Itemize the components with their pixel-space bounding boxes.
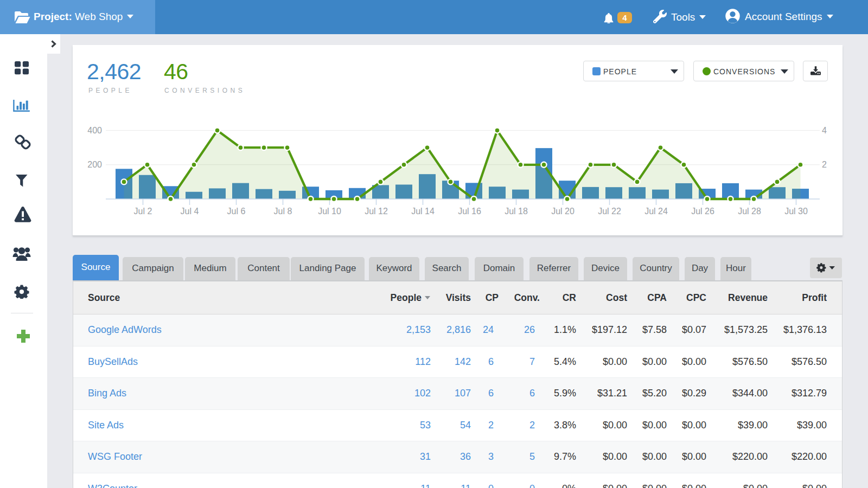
svg-text:Jul 24: Jul 24 <box>644 207 668 216</box>
svg-text:Jul 30: Jul 30 <box>784 207 808 216</box>
svg-text:Jul 20: Jul 20 <box>551 207 575 216</box>
svg-text:Jul 10: Jul 10 <box>318 207 341 216</box>
svg-text:Jul 2: Jul 2 <box>134 207 152 216</box>
svg-text:Jul 18: Jul 18 <box>505 207 528 216</box>
svg-text:4: 4 <box>822 126 827 135</box>
svg-text:Jul 28: Jul 28 <box>738 207 761 216</box>
svg-text:Jul 14: Jul 14 <box>411 207 435 216</box>
svg-text:2: 2 <box>822 160 827 169</box>
svg-text:Jul 8: Jul 8 <box>274 207 292 216</box>
svg-text:Jul 16: Jul 16 <box>458 207 481 216</box>
svg-text:400: 400 <box>87 126 102 135</box>
svg-text:Jul 12: Jul 12 <box>365 207 388 216</box>
svg-text:Jul 6: Jul 6 <box>227 207 246 216</box>
svg-text:Jul 22: Jul 22 <box>598 207 621 216</box>
svg-text:200: 200 <box>87 160 102 169</box>
svg-text:Jul 4: Jul 4 <box>181 207 199 216</box>
svg-text:Jul 26: Jul 26 <box>691 207 714 216</box>
